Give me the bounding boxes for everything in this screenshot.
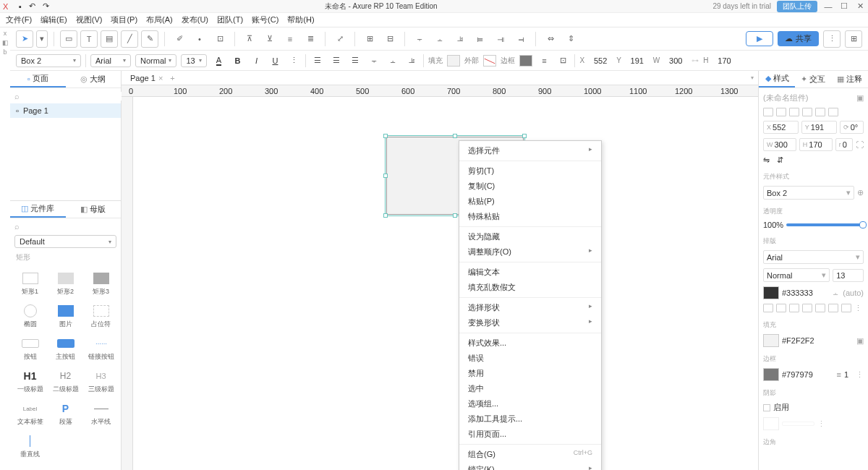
canvas[interactable]: 选择元件▸剪切(T)复制(C)粘贴(P)特殊粘贴设为隐藏调整顺序(O)▸编辑文本… (133, 97, 758, 470)
undo-icon[interactable]: ↶ (29, 1, 35, 11)
add-tab-icon[interactable]: + (170, 74, 174, 82)
align-right-icon[interactable]: ☰ (348, 54, 362, 68)
opacity-slider[interactable] (786, 223, 864, 226)
border-width-icon[interactable]: ≡ (537, 54, 551, 68)
align-top-icon[interactable]: ⊼ (241, 30, 258, 48)
tab-masters[interactable]: ◧ 母版 (66, 201, 122, 218)
ctx-item[interactable]: 复制(C) (459, 179, 601, 194)
lib-h2[interactable]: H2二级标题 (48, 366, 82, 397)
filter2-icon[interactable]: ≣ (302, 30, 319, 48)
rp-rot[interactable]: ⟳0° (840, 121, 864, 134)
ctx-item[interactable]: 禁用 (459, 366, 601, 381)
rp-r[interactable]: r0 (835, 138, 853, 151)
text-align-row[interactable]: ⋮ (763, 304, 864, 313)
al4-icon[interactable]: ⫢ (472, 30, 489, 48)
upload-button[interactable]: 团队上传 (777, 1, 817, 12)
ctx-item[interactable]: 添加工具提示... (459, 411, 601, 427)
italic-icon[interactable]: I (249, 54, 263, 68)
page-tab[interactable]: Page 1× (126, 72, 167, 84)
rp-font[interactable]: Arial▾ (763, 250, 864, 264)
ctx-item[interactable]: 选择形状▸ (459, 300, 601, 315)
al2-icon[interactable]: ⫠ (431, 30, 448, 48)
ctx-item[interactable]: 错误 (459, 351, 601, 366)
style-opts-icon[interactable]: ⊕ (857, 188, 864, 197)
al3-icon[interactable]: ⫡ (451, 30, 469, 48)
ctx-item[interactable]: 锁定(K)▸ (459, 462, 601, 470)
align-mid-icon[interactable]: ⊻ (261, 30, 278, 48)
tab-library[interactable]: ◫ 元件库 (10, 201, 66, 218)
style-select[interactable]: Box 2▾ (16, 54, 81, 67)
group-icon[interactable]: ⊞ (361, 30, 378, 48)
rp-weight[interactable]: Normal▾ (763, 268, 830, 282)
more-text-icon[interactable]: ⋮ (286, 54, 301, 68)
ctx-item[interactable]: 选择元件▸ (459, 143, 601, 158)
weight-select[interactable]: Normal▾ (135, 54, 176, 67)
tab-outline[interactable]: ◎ 大纲 (66, 71, 122, 87)
lib-placeholder[interactable]: 占位符 (84, 301, 118, 332)
rect-tool[interactable]: ▭ (60, 30, 77, 48)
dist-h-icon[interactable]: ⇔ (542, 30, 559, 48)
rp-w[interactable]: W300 (763, 138, 796, 151)
close-button[interactable]: ✕ (855, 1, 865, 12)
fill-swatch[interactable] (763, 334, 779, 347)
widget-name[interactable]: (未命名组件) (763, 93, 854, 103)
save-icon[interactable]: ▪ (19, 2, 22, 11)
ctx-item[interactable]: 选中 (459, 381, 601, 396)
border-style-icon[interactable]: ⊡ (556, 54, 570, 68)
sidetab-1[interactable]: x (0, 30, 10, 37)
lib-rect3[interactable]: 矩形3 (84, 268, 118, 299)
rp-h[interactable]: H170 (799, 138, 833, 151)
text-tool[interactable]: T (80, 30, 98, 48)
ctx-item[interactable]: 引用页面... (459, 427, 601, 442)
expand-icon[interactable]: ⤢ (331, 30, 349, 48)
tab-interact[interactable]: ✦ 交互 (795, 71, 831, 87)
fill-swatch[interactable] (447, 55, 460, 67)
ctx-item[interactable]: 样式效果... (459, 336, 601, 351)
menu-file[interactable]: 文件(F) (6, 14, 32, 25)
align-center-icon[interactable]: ☰ (329, 54, 344, 68)
ctx-item[interactable]: 填充乱数假文 (459, 280, 601, 295)
border-swatch[interactable] (763, 368, 779, 381)
x-input[interactable]: 552 (589, 56, 612, 65)
tab-pages[interactable]: ▫ 页面 (10, 71, 66, 87)
align-left-icon[interactable]: ☰ (310, 54, 325, 68)
w-input[interactable]: 300 (664, 56, 687, 65)
color-icon[interactable]: A (211, 54, 226, 68)
ctx-item[interactable]: 变换形状▸ (459, 315, 601, 330)
menu-account[interactable]: 账号(C) (252, 14, 278, 25)
underline-icon[interactable]: U (268, 54, 282, 68)
rp-style-select[interactable]: Box 2▾ (763, 186, 854, 200)
lib-rect1[interactable]: 矩形1 (13, 268, 47, 299)
menu-team[interactable]: 团队(T) (217, 14, 243, 25)
rp-size[interactable]: 13 (833, 269, 864, 282)
outer-swatch[interactable] (483, 55, 496, 67)
library-select[interactable]: Default▾ (14, 235, 116, 248)
menu-layout[interactable]: 布局(A) (146, 14, 173, 25)
point-tool[interactable]: • (191, 30, 208, 48)
lib-vline[interactable]: 垂直线 (13, 431, 47, 462)
tab-style[interactable]: ◆ 样式 (759, 71, 795, 87)
border-swatch[interactable] (519, 55, 532, 67)
sidetab-3[interactable]: b (0, 49, 10, 56)
lib-para[interactable]: P段落 (48, 398, 82, 430)
lock-icon[interactable]: ⊶ (692, 56, 699, 64)
preview-button[interactable]: ▶ (746, 31, 773, 46)
pencil-tool[interactable]: ✐ (171, 30, 188, 48)
aspect-icon[interactable]: ⛶ (856, 140, 864, 149)
lib-h1[interactable]: H1一级标题 (13, 366, 47, 397)
dist-v-icon[interactable]: ⇕ (562, 30, 579, 48)
hand-tool[interactable]: ▾ (36, 30, 48, 48)
font-select[interactable]: Arial▾ (90, 54, 131, 67)
lib-ellipse[interactable]: 椭圆 (13, 301, 47, 332)
sidetab-2[interactable]: ◧ (0, 40, 10, 46)
lineheight-icon[interactable]: ⫠ (832, 289, 840, 297)
lib-hline[interactable]: 水平线 (84, 398, 118, 430)
menu-project[interactable]: 项目(P) (111, 14, 137, 25)
share-button[interactable]: ☁共享 (778, 31, 819, 46)
rp-x[interactable]: X552 (763, 121, 799, 134)
lib-search-input[interactable] (22, 222, 121, 231)
more2-button[interactable]: ⊞ (845, 30, 862, 48)
ctx-item[interactable]: 特殊粘贴 (459, 209, 601, 224)
position-icons[interactable] (763, 108, 864, 116)
bold-icon[interactable]: B (230, 54, 244, 68)
